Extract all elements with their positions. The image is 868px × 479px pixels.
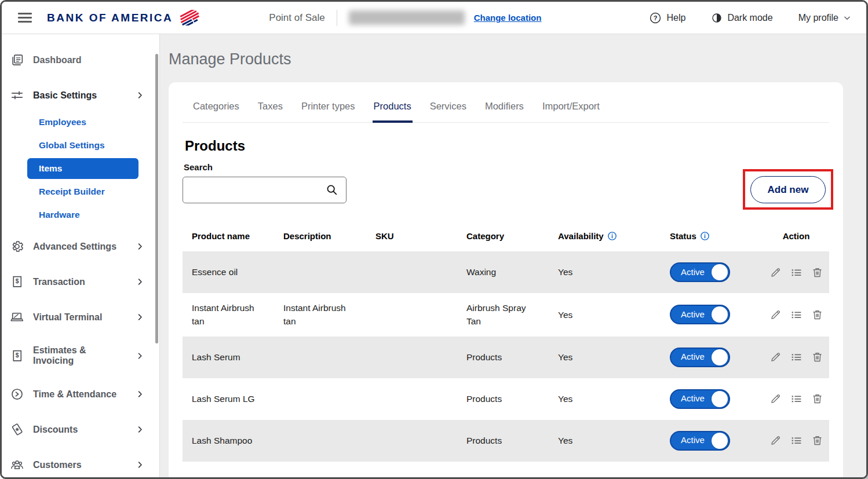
details-list-button[interactable] (790, 434, 803, 447)
pencil-icon (769, 351, 782, 363)
status-toggle[interactable]: Active (670, 262, 730, 282)
tab-printer-types[interactable]: Printer types (300, 101, 356, 123)
sidebar-item-dashboard[interactable]: Dashboard (2, 42, 159, 78)
delete-button[interactable] (811, 393, 823, 405)
search-icon[interactable] (326, 184, 338, 196)
table-row: Lash Shampoo Products Yes Active (183, 420, 829, 462)
search-input[interactable] (183, 177, 347, 203)
sidebar-item-basic-settings[interactable]: Basic Settings (2, 78, 159, 113)
top-header: BANK OF AMERICA Point of Sale Change loc… (2, 2, 866, 34)
table-row: Lash Serum Products Yes Active (183, 337, 829, 378)
my-profile-button[interactable]: My profile (798, 13, 851, 23)
tab-import-export[interactable]: Import/Export (541, 101, 601, 123)
products-card: Categories Taxes Printer types Products … (169, 82, 843, 477)
status-toggle-label: Active (681, 266, 705, 279)
delete-button[interactable] (811, 351, 823, 363)
table-row: Essence oil Waxing Yes Active (183, 251, 829, 293)
toggle-knob-icon (712, 306, 728, 323)
details-list-button[interactable] (790, 351, 803, 363)
tab-categories[interactable]: Categories (192, 101, 240, 123)
pencil-icon (769, 309, 782, 321)
hamburger-menu-button[interactable] (16, 10, 34, 25)
toggle-knob-icon (712, 433, 728, 449)
cell-status: Active (661, 262, 763, 282)
details-list-button[interactable] (790, 309, 803, 321)
cell-product-name: Essence oil (183, 265, 274, 279)
edit-button[interactable] (769, 266, 782, 279)
sidebar-subitem-receipt-builder[interactable]: Receipt Builder (27, 181, 138, 202)
table-row: Instant Airbrush tan Instant Airbrush ta… (183, 293, 829, 337)
tab-products[interactable]: Products (373, 101, 413, 123)
trash-icon (811, 351, 823, 363)
status-toggle[interactable]: Active (670, 348, 730, 367)
cell-availability: Yes (549, 265, 661, 279)
tab-services[interactable]: Services (429, 101, 468, 123)
sidebar-subitem-global-settings[interactable]: Global Settings (27, 135, 138, 156)
cell-actions (763, 434, 829, 447)
sidebar-item-advanced-settings[interactable]: Advanced Settings (2, 229, 159, 264)
status-toggle[interactable]: Active (670, 431, 730, 451)
col-product-name: Product name (183, 231, 274, 241)
delete-button[interactable] (811, 266, 823, 279)
delete-button[interactable] (811, 434, 823, 447)
sidebar-item-label: Advanced Settings (33, 242, 116, 252)
sidebar-subitem-hardware[interactable]: Hardware (27, 204, 138, 225)
status-toggle-label: Active (681, 434, 705, 447)
list-icon (790, 351, 803, 363)
status-toggle-label: Active (681, 308, 705, 321)
sidebar-item-estimates-invoicing[interactable]: $ Estimates & Invoicing (2, 335, 159, 376)
edit-button[interactable] (769, 393, 782, 405)
edit-button[interactable] (769, 351, 782, 363)
status-toggle[interactable]: Active (670, 389, 730, 409)
list-icon (790, 434, 803, 447)
chevron-right-icon (136, 390, 144, 398)
invoice-dollar-icon: $ (10, 349, 24, 363)
sidebar-item-virtual-terminal[interactable]: Virtual Terminal (2, 299, 159, 335)
trash-icon (811, 309, 823, 321)
cell-category: Waxing (457, 265, 549, 279)
toggle-knob-icon (712, 349, 728, 365)
change-location-link[interactable]: Change location (474, 13, 542, 23)
edit-button[interactable] (769, 309, 782, 321)
cell-availability: Yes (549, 434, 661, 447)
cell-availability: Yes (549, 308, 661, 321)
cell-category: Products (457, 434, 549, 447)
status-info-icon[interactable] (700, 231, 710, 241)
delete-button[interactable] (811, 309, 823, 321)
sidebar-item-label: Customers (33, 460, 82, 470)
details-list-button[interactable] (790, 393, 803, 405)
sidebar-item-customers[interactable]: Customers (2, 447, 159, 479)
main-content: Manage Products Categories Taxes Printer… (160, 34, 866, 477)
sidebar-item-label: Time & Attendance (33, 389, 116, 400)
basic-settings-submenu: Employees Global Settings Items Receipt … (2, 112, 159, 225)
sidebar-item-transaction[interactable]: $ Transaction (2, 264, 159, 299)
list-icon (790, 393, 803, 405)
pencil-icon (769, 266, 782, 279)
col-sku: SKU (366, 231, 457, 241)
edit-button[interactable] (769, 434, 782, 447)
dark-mode-toggle[interactable]: Dark mode (711, 12, 772, 24)
chevron-right-icon (136, 91, 144, 100)
availability-info-icon[interactable] (607, 231, 617, 241)
help-label: Help (666, 13, 685, 23)
sidebar-subitem-employees[interactable]: Employees (27, 112, 138, 133)
sidebar-item-time-attendance[interactable]: Time & Attendance (2, 376, 159, 412)
chevron-right-icon (136, 313, 144, 321)
cell-product-name: Lash Serum (183, 350, 274, 364)
sidebar-subitem-items[interactable]: Items (27, 158, 138, 179)
sidebar-scrollbar[interactable] (155, 54, 158, 343)
chevron-right-icon (136, 425, 144, 434)
status-toggle[interactable]: Active (670, 305, 730, 324)
clock-icon (10, 387, 24, 401)
cell-product-name: Lash Serum LG (183, 392, 274, 405)
tab-modifiers[interactable]: Modifiers (484, 101, 525, 123)
trash-icon (811, 266, 823, 279)
tab-taxes[interactable]: Taxes (257, 101, 284, 123)
help-button[interactable]: ? Help (649, 12, 685, 24)
details-list-button[interactable] (790, 266, 803, 279)
sidebar-item-discounts[interactable]: Discounts (2, 412, 159, 447)
trash-icon (811, 434, 823, 447)
table-controls: Search Add new (183, 162, 829, 203)
add-new-button[interactable]: Add new (750, 176, 826, 203)
cell-status: Active (661, 389, 763, 409)
